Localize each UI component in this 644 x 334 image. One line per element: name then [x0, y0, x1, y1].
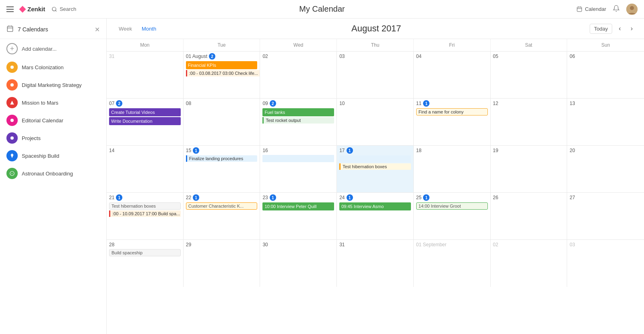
sidebar-item-editorial-calendar[interactable]: Editorial Calendar: [0, 111, 106, 129]
table-row[interactable]: 31: [337, 240, 414, 287]
calendar-item-icon: [9, 118, 15, 123]
calendar-item-icon: [9, 171, 15, 176]
sidebar-item-digital-marketing[interactable]: Digital Marketing Strategy: [0, 76, 106, 94]
avatar-image: [626, 4, 638, 15]
list-item[interactable]: 09:45 Interview Asmo: [339, 202, 411, 210]
list-item[interactable]: Build spaceship: [109, 249, 181, 256]
table-row[interactable]: 02: [491, 240, 568, 287]
calendar-item-label: Editorial Calendar: [22, 118, 63, 124]
list-item[interactable]: Test rocket output: [262, 117, 334, 124]
list-item[interactable]: Finalize landing procedures: [186, 155, 258, 162]
day-header-thu: Thu: [337, 39, 414, 51]
add-calendar-icon: +: [6, 43, 18, 54]
today-button[interactable]: Today: [590, 24, 613, 34]
table-row[interactable]: 08: [184, 99, 260, 145]
calendar-nav-item[interactable]: Calendar: [576, 6, 606, 12]
calendar-color-dot: [6, 150, 18, 161]
list-item[interactable]: Customer Characteristic K...: [186, 202, 258, 210]
day-number: 01 August 2: [186, 53, 215, 60]
search-button[interactable]: Search: [52, 6, 76, 12]
brand-name: Zenkit: [27, 6, 45, 12]
table-row[interactable]: 07 2 Create Tutorial Videos Write Docume…: [107, 99, 184, 145]
table-row[interactable]: 30: [260, 240, 337, 287]
sidebar-close-button[interactable]: ✕: [95, 26, 100, 33]
table-row[interactable]: 28 Build spaceship: [107, 240, 184, 287]
table-row[interactable]: 22 1 Customer Characteristic K...: [184, 193, 260, 239]
table-row[interactable]: 31: [107, 52, 184, 98]
add-calendar-row[interactable]: + Add calendar...: [0, 39, 106, 58]
main-layout: 7 Calendars ✕ + Add calendar... Mars Col…: [0, 19, 644, 334]
table-row[interactable]: 15 1 Finalize landing procedures: [184, 146, 260, 192]
day-number: 30: [262, 242, 268, 247]
table-row[interactable]: 21 1 Test hibernation boxes :00 - 10.09.…: [107, 193, 184, 239]
day-number: 02: [493, 242, 498, 247]
avatar[interactable]: [626, 4, 638, 15]
week-view-button[interactable]: Week: [115, 24, 136, 33]
list-item[interactable]: Financial KPIs: [186, 61, 258, 69]
table-row[interactable]: 16: [260, 146, 337, 192]
table-row[interactable]: 24 1 09:45 Interview Asmo: [337, 193, 414, 239]
calendar-item-label: Astronaut Onboarding: [22, 171, 73, 177]
prev-month-button[interactable]: ‹: [615, 23, 624, 34]
table-row[interactable]: 03: [337, 52, 414, 98]
table-row[interactable]: 01 August 2 Financial KPIs :00 - 03.08.2…: [184, 52, 260, 98]
sidebar-item-projects[interactable]: Projects: [0, 129, 106, 147]
list-item[interactable]: Test hibernation boxes: [339, 163, 411, 170]
calendar-nav-label: Calendar: [585, 6, 606, 12]
sidebar-item-spaceship-build[interactable]: Spaceship Build: [0, 147, 106, 165]
table-row[interactable]: 14: [107, 146, 184, 192]
calendar-nav-controls: Today ‹ ›: [590, 23, 636, 34]
table-row[interactable]: 29: [184, 240, 260, 287]
list-item[interactable]: Find a name for colony: [416, 108, 488, 115]
sidebar-item-mission-to-mars[interactable]: Mission to Mars: [0, 94, 106, 111]
sidebar: 7 Calendars ✕ + Add calendar... Mars Col…: [0, 19, 107, 334]
table-row[interactable]: 25 1 14:00 Interview Groot: [414, 193, 491, 239]
list-item[interactable]: :00 - 03.08.2017 03:00 Check life...: [186, 70, 260, 76]
day-number: 18: [416, 148, 421, 153]
table-row[interactable]: 01 September: [414, 240, 491, 287]
month-view-button[interactable]: Month: [138, 24, 160, 33]
table-row[interactable]: 04: [414, 52, 491, 98]
list-item[interactable]: 14:00 Interview Groot: [416, 202, 488, 210]
sidebar-item-astronaut-onboarding[interactable]: Astronaut Onboarding: [0, 165, 106, 182]
next-month-button[interactable]: ›: [627, 23, 636, 34]
list-item[interactable]: Fuel tanks: [262, 108, 334, 116]
table-row[interactable]: 26: [491, 193, 568, 239]
table-row[interactable]: 17 1 Test hibernation boxes: [337, 146, 414, 192]
table-row[interactable]: 13: [567, 99, 644, 145]
list-item[interactable]: Write Documentation: [109, 117, 181, 125]
day-number: 26: [493, 195, 498, 200]
list-item[interactable]: Create Tutorial Videos: [109, 108, 181, 116]
table-row[interactable]: 18: [414, 146, 491, 192]
table-row[interactable]: 27: [567, 193, 644, 239]
svg-point-15: [10, 119, 14, 122]
svg-point-12: [10, 66, 14, 69]
table-row[interactable]: 11 1 Find a name for colony: [414, 99, 491, 145]
day-number: 23 1: [262, 194, 276, 201]
day-header-wed: Wed: [260, 39, 337, 51]
notifications-button[interactable]: [613, 5, 620, 13]
sidebar-calendar-count: 7 Calendars: [18, 26, 48, 33]
list-item[interactable]: 10:00 Interview Peter Quill: [262, 202, 334, 210]
sidebar-item-mars-colonization[interactable]: Mars Colonization: [0, 58, 106, 76]
table-row[interactable]: 09 2 Fuel tanks Test rocket output: [260, 99, 337, 145]
table-row[interactable]: 20: [567, 146, 644, 192]
calendar-color-dot: [6, 97, 18, 108]
brand[interactable]: Zenkit: [20, 6, 45, 12]
table-row[interactable]: 02: [260, 52, 337, 98]
table-row[interactable]: 10: [337, 99, 414, 145]
list-item[interactable]: Test hibernation boxes: [109, 202, 181, 210]
calendar-grid: 31 01 August 2 Financial KPIs :00 - 03.0…: [107, 52, 644, 334]
table-row[interactable]: 23 1 10:00 Interview Peter Quill: [260, 193, 337, 239]
table-row[interactable]: 12: [491, 99, 568, 145]
table-row[interactable]: 06: [567, 52, 644, 98]
sidebar-header-left: 7 Calendars: [6, 25, 48, 34]
table-row[interactable]: 19: [491, 146, 568, 192]
menu-button[interactable]: [6, 6, 14, 12]
calendar-week-3: 14 15 1 Finalize landing procedures 16 1…: [107, 146, 644, 193]
svg-rect-2: [577, 7, 582, 12]
day-number: 12: [493, 101, 498, 106]
table-row[interactable]: 03: [567, 240, 644, 287]
table-row[interactable]: 05: [491, 52, 568, 98]
list-item[interactable]: :00 - 10.09.2017 17:00 Build spa...: [109, 210, 181, 217]
